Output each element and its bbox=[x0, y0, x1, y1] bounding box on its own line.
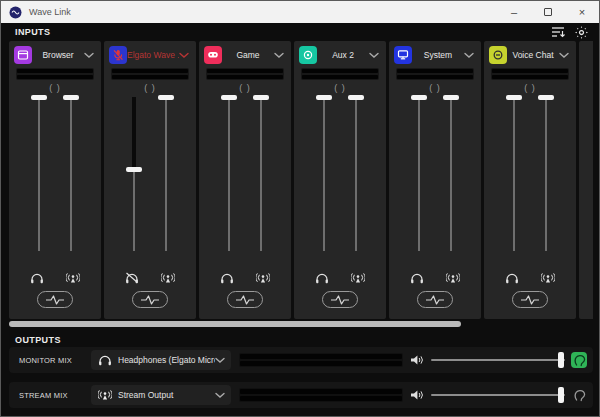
stream-fader[interactable] bbox=[538, 95, 554, 251]
fader-handle[interactable] bbox=[221, 95, 237, 100]
channel-source-dropdown[interactable]: Voice Chat bbox=[484, 43, 576, 67]
fader-handle[interactable] bbox=[31, 95, 47, 100]
channel-name: Game bbox=[222, 50, 274, 60]
chevron-down-icon bbox=[369, 52, 379, 59]
monitor-fader[interactable] bbox=[506, 95, 522, 251]
fader-link-toggle[interactable]: ( ) bbox=[389, 80, 481, 95]
channel-name: Voice Chat bbox=[507, 50, 559, 60]
fader-handle[interactable] bbox=[158, 95, 174, 100]
scrollbar-thumb[interactable] bbox=[9, 321, 461, 327]
maximize-button[interactable] bbox=[531, 1, 565, 23]
effects-button[interactable] bbox=[417, 291, 453, 308]
broadcast-icon[interactable] bbox=[254, 270, 272, 286]
chevron-down-icon bbox=[215, 392, 225, 399]
channel-name: Browser bbox=[32, 50, 84, 60]
broadcast-icon[interactable] bbox=[539, 270, 557, 286]
fader-handle[interactable] bbox=[316, 95, 332, 100]
stream-mix-label: STREAM MIX bbox=[19, 391, 91, 400]
microphone-muted-icon bbox=[109, 46, 127, 64]
monitor-device-dropdown[interactable]: Headphones (Elgato Microphone) bbox=[91, 350, 231, 370]
mixer-filter-icon[interactable] bbox=[550, 25, 566, 39]
monitor-fader[interactable] bbox=[411, 95, 427, 251]
stream-fader[interactable] bbox=[443, 95, 459, 251]
inputs-header: INPUTS bbox=[1, 23, 599, 41]
headphones-icon[interactable] bbox=[28, 270, 46, 286]
monitor-volume-slider[interactable] bbox=[431, 352, 565, 368]
fader-link-toggle[interactable]: ( ) bbox=[104, 80, 196, 95]
channel-name: Elgato Wave ... bbox=[127, 50, 179, 60]
level-meter bbox=[491, 68, 569, 80]
level-meter bbox=[396, 68, 474, 80]
horizontal-scrollbar[interactable] bbox=[9, 321, 589, 327]
fader-link-toggle[interactable]: ( ) bbox=[9, 80, 101, 95]
stream-fader[interactable] bbox=[63, 95, 79, 251]
channel-name: Aux 2 bbox=[317, 50, 369, 60]
headphones-icon[interactable] bbox=[503, 270, 521, 286]
level-meter bbox=[301, 68, 379, 80]
channel-strip-browser: Browser ( ) bbox=[9, 41, 101, 319]
close-button[interactable]: × bbox=[565, 1, 599, 23]
level-meter bbox=[111, 68, 189, 80]
broadcast-icon[interactable] bbox=[64, 270, 82, 286]
broadcast-icon[interactable] bbox=[159, 270, 177, 286]
chevron-down-icon bbox=[215, 357, 225, 364]
effects-button[interactable] bbox=[227, 291, 263, 308]
fader-handle[interactable] bbox=[443, 95, 459, 100]
broadcast-icon[interactable] bbox=[349, 270, 367, 286]
stream-device-name: Stream Output bbox=[118, 390, 215, 400]
channel-strip-aux2: Aux 2 ( ) bbox=[294, 41, 386, 319]
channel-strip-system: System ( ) bbox=[389, 41, 481, 319]
channel-source-dropdown[interactable]: System bbox=[389, 43, 481, 67]
headphones-icon[interactable] bbox=[408, 270, 426, 286]
stream-level-meter bbox=[239, 388, 403, 402]
monitoring-ear-button[interactable] bbox=[571, 352, 587, 368]
fader-handle[interactable] bbox=[411, 95, 427, 100]
stream-fader[interactable] bbox=[348, 95, 364, 251]
effects-button[interactable] bbox=[37, 291, 73, 308]
chevron-down-icon bbox=[179, 52, 189, 59]
broadcast-icon[interactable] bbox=[444, 270, 462, 286]
fader-link-toggle[interactable]: ( ) bbox=[484, 80, 576, 95]
outputs-section: OUTPUTS MONITOR MIX Headphones (Elgato M… bbox=[1, 331, 599, 417]
broadcast-icon bbox=[97, 388, 113, 402]
channel-source-dropdown[interactable]: Game bbox=[199, 43, 291, 67]
headphones-icon bbox=[97, 353, 113, 367]
fader-link-toggle[interactable]: ( ) bbox=[199, 80, 291, 95]
fader-handle[interactable] bbox=[538, 95, 554, 100]
effects-button[interactable] bbox=[132, 291, 168, 308]
effects-button[interactable] bbox=[512, 291, 548, 308]
headphones-icon[interactable] bbox=[313, 270, 331, 286]
fader-handle[interactable] bbox=[253, 95, 269, 100]
fader-link-toggle[interactable]: ( ) bbox=[294, 80, 386, 95]
channel-source-dropdown[interactable]: Browser bbox=[9, 43, 101, 67]
monitor-fader[interactable] bbox=[31, 95, 47, 251]
fader-handle[interactable] bbox=[63, 95, 79, 100]
stream-device-dropdown[interactable]: Stream Output bbox=[91, 385, 231, 405]
slider-handle[interactable] bbox=[558, 352, 564, 368]
fader-handle[interactable] bbox=[506, 95, 522, 100]
channel-source-dropdown[interactable]: Aux 2 bbox=[294, 43, 386, 67]
monitor-icon bbox=[394, 46, 412, 64]
target-icon bbox=[299, 46, 317, 64]
monitor-device-name: Headphones (Elgato Microphone) bbox=[118, 355, 215, 365]
channel-name: System bbox=[412, 50, 464, 60]
monitoring-ear-icon[interactable] bbox=[571, 387, 587, 403]
effects-button[interactable] bbox=[322, 291, 358, 308]
monitor-fader[interactable] bbox=[221, 95, 237, 251]
channel-strip-partial bbox=[579, 41, 593, 319]
settings-gear-icon[interactable] bbox=[573, 25, 589, 39]
headphones-icon[interactable] bbox=[218, 270, 236, 286]
headphones-muted-icon[interactable] bbox=[123, 270, 141, 286]
channel-source-dropdown[interactable]: Elgato Wave ... bbox=[104, 43, 196, 67]
stream-fader[interactable] bbox=[158, 95, 174, 251]
stream-volume-slider[interactable] bbox=[431, 387, 565, 403]
fader-handle[interactable] bbox=[126, 167, 142, 172]
fader-handle[interactable] bbox=[348, 95, 364, 100]
slider-handle[interactable] bbox=[558, 387, 564, 403]
stream-fader[interactable] bbox=[253, 95, 269, 251]
speaker-icon bbox=[407, 388, 425, 402]
speaker-icon bbox=[407, 353, 425, 367]
monitor-fader[interactable] bbox=[316, 95, 332, 251]
monitor-fader[interactable] bbox=[126, 95, 142, 251]
minimize-button[interactable]: – bbox=[497, 1, 531, 23]
